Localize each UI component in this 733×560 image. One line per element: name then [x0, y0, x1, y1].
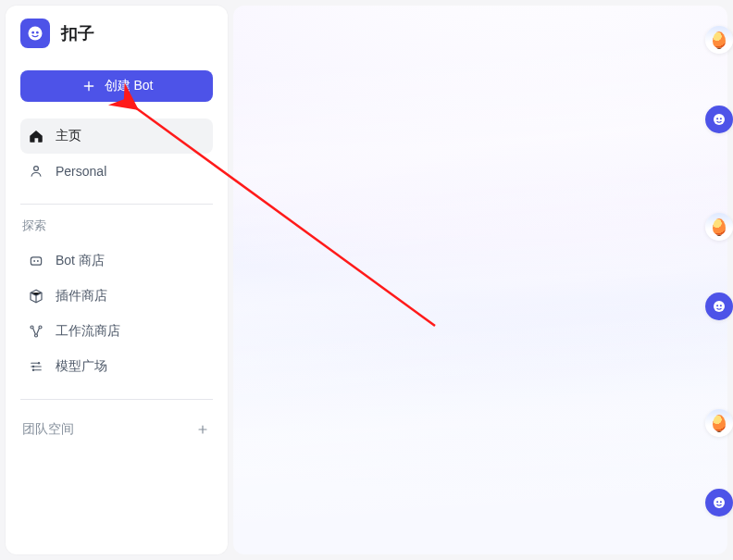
nav-home-label: 主页 [56, 128, 81, 144]
nav-model-playground-label: 模型广场 [56, 358, 107, 375]
add-team-button[interactable] [194, 421, 211, 438]
nav-plugin-store-label: 插件商店 [56, 288, 107, 305]
divider-2 [20, 399, 213, 400]
nav-personal-label: Personal [56, 164, 106, 179]
avatar-pair [705, 409, 733, 516]
nav-personal[interactable]: Personal [20, 154, 213, 189]
svg-point-17 [716, 305, 718, 306]
svg-point-18 [720, 305, 722, 306]
brand-bot-icon [26, 24, 44, 43]
nav-home[interactable]: 主页 [20, 118, 213, 154]
floating-avatars [705, 26, 733, 516]
app-root: 扣子 创建 Bot 主页 Personal 探索 Bot [0, 0, 733, 560]
avatar-pair [705, 26, 733, 133]
avatar-bot-icon[interactable] [705, 489, 733, 516]
svg-point-10 [38, 362, 40, 364]
brand-logo [20, 19, 50, 48]
brand: 扣子 [20, 19, 213, 48]
svg-point-8 [39, 326, 42, 329]
nav-bot-store[interactable]: Bot 商店 [20, 243, 213, 279]
svg-point-9 [35, 334, 38, 337]
avatar-bot-icon[interactable] [705, 292, 733, 320]
avatar-pair [705, 213, 733, 320]
brand-name: 扣子 [61, 22, 94, 44]
workflow-icon [28, 323, 44, 340]
home-icon [28, 128, 44, 144]
person-icon [28, 163, 44, 180]
svg-point-14 [716, 118, 718, 119]
svg-point-5 [33, 260, 35, 262]
nav-model-playground[interactable]: 模型广场 [20, 349, 213, 384]
svg-point-16 [714, 301, 725, 312]
bot-icon [28, 253, 44, 269]
sidebar: 扣子 创建 Bot 主页 Personal 探索 Bot [6, 6, 228, 554]
bg-wave [233, 296, 727, 548]
nav-bot-store-label: Bot 商店 [56, 253, 105, 269]
cube-icon [28, 288, 44, 305]
bg-wave [233, 7, 727, 282]
svg-point-19 [714, 497, 725, 508]
svg-point-6 [37, 260, 39, 262]
svg-rect-4 [31, 257, 41, 265]
divider [20, 204, 213, 205]
nav-workflow-store-label: 工作流商店 [56, 323, 120, 340]
sliders-icon [28, 358, 44, 375]
avatar-balloon-icon[interactable] [705, 26, 733, 54]
plus-icon [81, 78, 97, 94]
svg-point-20 [716, 501, 718, 503]
svg-point-7 [31, 326, 33, 329]
create-bot-label: 创建 Bot [105, 78, 154, 94]
team-space-row[interactable]: 团队空间 [20, 413, 213, 446]
svg-point-2 [36, 31, 39, 34]
main-content [233, 6, 727, 554]
svg-point-12 [32, 369, 34, 371]
svg-point-13 [714, 114, 725, 125]
svg-point-0 [29, 27, 43, 41]
explore-section-label: 探索 [20, 218, 213, 234]
svg-point-3 [34, 167, 39, 171]
team-space-label: 团队空间 [22, 421, 74, 438]
svg-point-15 [720, 118, 722, 119]
nav-plugin-store[interactable]: 插件商店 [20, 279, 213, 314]
create-bot-button[interactable]: 创建 Bot [20, 70, 213, 102]
avatar-balloon-icon[interactable] [705, 409, 733, 437]
plus-icon [195, 422, 210, 437]
svg-point-1 [31, 31, 34, 34]
avatar-bot-icon[interactable] [705, 106, 733, 133]
svg-point-21 [720, 501, 722, 503]
avatar-balloon-icon[interactable] [705, 213, 733, 241]
nav-workflow-store[interactable]: 工作流商店 [20, 314, 213, 349]
svg-point-11 [32, 366, 34, 367]
bg-wave [233, 152, 727, 415]
